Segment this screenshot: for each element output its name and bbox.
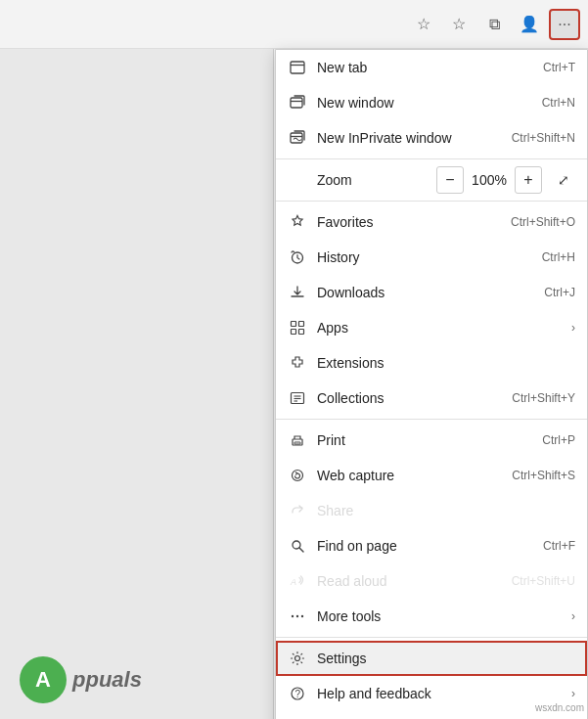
moretools-arrow: › <box>571 609 575 623</box>
moretools-label: More tools <box>317 608 564 624</box>
new-tab-label: New tab <box>317 60 543 75</box>
svg-rect-9 <box>292 330 296 335</box>
menu-item-find[interactable]: Find on page Ctrl+F <box>276 528 587 563</box>
history-label: History <box>317 249 542 265</box>
apps-label: Apps <box>317 320 564 336</box>
zoom-value: 100% <box>470 172 509 188</box>
moretools-icon <box>288 607 307 626</box>
apps-arrow: › <box>571 321 575 335</box>
browser-toolbar: ☆ ☆ ⧉ 👤 ··· <box>0 0 588 49</box>
split-screen-icon[interactable]: ⧉ <box>478 9 510 40</box>
svg-rect-10 <box>299 330 304 335</box>
separator-4 <box>276 637 587 638</box>
separator-2 <box>276 201 587 202</box>
share-icon <box>288 501 307 520</box>
profile-icon[interactable]: 👤 <box>514 9 545 40</box>
svg-line-19 <box>299 548 303 552</box>
menu-item-inprivate[interactable]: New InPrivate window Ctrl+Shift+N <box>276 120 587 156</box>
downloads-label: Downloads <box>317 285 544 300</box>
zoom-expand-button[interactable]: ⤢ <box>552 168 575 192</box>
readaloud-shortcut: Ctrl+Shift+U <box>512 574 575 588</box>
webcapture-icon <box>288 466 307 485</box>
menu-item-favorites[interactable]: Favorites Ctrl+Shift+O <box>276 204 587 240</box>
share-label: Share <box>317 503 575 518</box>
menu-item-readaloud: A Read aloud Ctrl+Shift+U <box>276 563 587 599</box>
more-menu-button[interactable]: ··· <box>549 9 580 40</box>
zoom-increase-button[interactable]: + <box>515 166 542 194</box>
zoom-label: Zoom <box>317 172 436 188</box>
svg-rect-0 <box>291 62 304 73</box>
zoom-decrease-button[interactable]: − <box>436 166 464 194</box>
new-window-shortcut: Ctrl+N <box>542 96 575 110</box>
help-arrow: › <box>571 687 575 700</box>
separator-3 <box>276 419 587 420</box>
svg-point-23 <box>301 615 303 617</box>
favorites-star-icon[interactable]: ☆ <box>408 9 439 40</box>
menu-item-apps[interactable]: Apps › <box>276 310 587 345</box>
new-window-icon <box>288 93 307 112</box>
svg-point-22 <box>296 615 298 617</box>
new-tab-shortcut: Ctrl+T <box>543 61 575 74</box>
menu-item-print[interactable]: Print Ctrl+P <box>276 423 587 458</box>
extensions-label: Extensions <box>317 355 575 371</box>
readaloud-label: Read aloud <box>317 573 512 589</box>
inprivate-icon <box>288 128 307 148</box>
menu-item-moretools[interactable]: More tools › <box>276 599 587 634</box>
svg-point-17 <box>293 471 303 481</box>
print-icon <box>288 430 307 450</box>
zoom-row: Zoom − 100% + ⤢ <box>276 162 587 198</box>
svg-text:?: ? <box>295 689 301 699</box>
print-shortcut: Ctrl+P <box>542 433 575 447</box>
appuals-logo: A ppuals <box>20 656 142 703</box>
menu-item-webcapture[interactable]: Web capture Ctrl+Shift+S <box>276 458 587 493</box>
context-menu: New tab Ctrl+T New window Ctrl+N New InP… <box>275 49 588 719</box>
svg-rect-2 <box>291 98 302 108</box>
menu-item-share: Share <box>276 493 587 528</box>
history-shortcut: Ctrl+H <box>542 250 575 264</box>
webcapture-label: Web capture <box>317 468 512 483</box>
menu-item-new-tab[interactable]: New tab Ctrl+T <box>276 50 587 85</box>
svg-point-24 <box>295 656 300 661</box>
collections-label: Collections <box>317 390 512 406</box>
help-icon: ? <box>288 684 307 703</box>
extensions-icon <box>288 353 307 373</box>
favorites-label: Favorites <box>317 214 511 230</box>
new-tab-icon <box>288 58 307 77</box>
webcapture-shortcut: Ctrl+Shift+S <box>512 469 575 482</box>
inprivate-label: New InPrivate window <box>317 130 512 146</box>
menu-item-history[interactable]: History Ctrl+H <box>276 240 587 275</box>
downloads-icon <box>288 283 307 302</box>
svg-rect-7 <box>292 322 296 327</box>
collections-shortcut: Ctrl+Shift+Y <box>512 391 575 405</box>
svg-point-21 <box>292 615 294 617</box>
print-label: Print <box>317 432 542 448</box>
settings-label: Settings <box>317 651 575 666</box>
downloads-shortcut: Ctrl+J <box>544 286 575 299</box>
inprivate-shortcut: Ctrl+Shift+N <box>512 131 575 145</box>
appuals-icon: A <box>20 656 67 703</box>
find-icon <box>288 536 307 556</box>
svg-rect-16 <box>294 442 300 444</box>
collections-toolbar-icon[interactable]: ☆ <box>443 9 475 40</box>
zoom-icon <box>288 170 307 190</box>
menu-item-settings[interactable]: Settings <box>276 641 587 676</box>
readaloud-icon: A <box>288 571 307 591</box>
menu-item-new-window[interactable]: New window Ctrl+N <box>276 85 587 120</box>
menu-item-extensions[interactable]: Extensions <box>276 345 587 381</box>
new-window-label: New window <box>317 95 542 111</box>
menu-item-downloads[interactable]: Downloads Ctrl+J <box>276 275 587 310</box>
watermark: wsxdn.com <box>535 702 584 713</box>
appuals-text: ppuals <box>72 667 142 693</box>
zoom-controls: − 100% + ⤢ <box>436 166 575 194</box>
collections-icon <box>288 388 307 408</box>
find-label: Find on page <box>317 538 543 554</box>
toolbar-icons: ☆ ☆ ⧉ 👤 ··· <box>408 9 580 40</box>
favorites-shortcut: Ctrl+Shift+O <box>511 215 575 229</box>
svg-rect-8 <box>299 322 304 327</box>
apps-icon <box>288 318 307 337</box>
menu-item-collections[interactable]: Collections Ctrl+Shift+Y <box>276 381 587 416</box>
help-label: Help and feedback <box>317 686 564 701</box>
left-panel <box>0 49 274 719</box>
settings-icon <box>288 649 307 668</box>
find-shortcut: Ctrl+F <box>543 539 575 553</box>
